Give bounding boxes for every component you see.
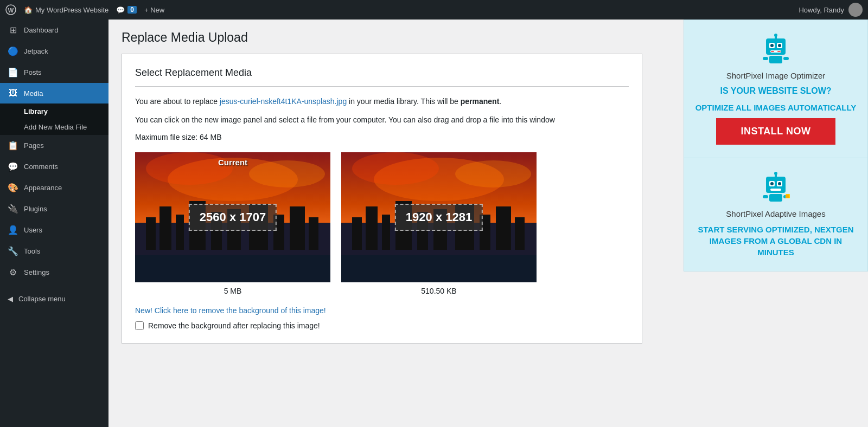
right-sidebar: ShortPixel Image Optimizer IS YOUR WEBSI…	[684, 20, 868, 427]
svg-point-17	[249, 160, 325, 187]
new-content-button[interactable]: + New	[144, 6, 164, 14]
svg-rect-6	[176, 215, 184, 250]
users-icon: 👤	[8, 225, 18, 235]
wp-logo-button[interactable]: W	[5, 4, 16, 15]
content-area: Replace Media Upload Select Replacement …	[108, 20, 684, 427]
svg-rect-45	[771, 51, 774, 52]
avatar[interactable]	[848, 3, 863, 17]
sidebar-item-label: Tools	[24, 247, 40, 255]
tools-icon: 🔧	[8, 246, 18, 256]
jetpack-icon: 🔵	[8, 46, 18, 56]
svg-point-41	[774, 34, 777, 37]
sidebar-item-comments[interactable]: 💬 Comments	[0, 156, 108, 177]
appearance-icon: 🎨	[8, 183, 18, 193]
dashboard-icon: ⊞	[8, 25, 18, 35]
sidebar-subitem-add-new[interactable]: Add New Media File	[0, 119, 108, 135]
sidebar-item-dashboard[interactable]: ⊞ Dashboard	[0, 20, 108, 41]
robot-tape-icon	[760, 171, 792, 204]
media-icon: 🖼	[8, 88, 18, 98]
wp-logo-icon: W	[5, 4, 16, 15]
svg-rect-5	[159, 206, 171, 250]
sidebar-item-label: Users	[24, 226, 42, 234]
pages-icon: 📋	[8, 140, 18, 151]
svg-point-38	[778, 44, 781, 47]
sidebar-item-pages[interactable]: 📋 Pages	[0, 135, 108, 156]
comments-count: 0	[127, 6, 137, 14]
sidebar-item-label: Settings	[24, 268, 49, 276]
sidebar-item-label: Comments	[24, 163, 58, 171]
svg-rect-20	[352, 217, 362, 250]
current-image-dimensions: 2560 x 1707	[189, 204, 277, 231]
settings-icon: ⚙	[8, 267, 18, 277]
images-row: Current 2560 x 1707 5 MB	[135, 152, 629, 295]
sidebar-item-label: Jetpack	[24, 47, 48, 55]
svg-point-50	[770, 182, 774, 185]
sidebar-item-posts[interactable]: 📄 Posts	[0, 62, 108, 83]
svg-point-54	[774, 172, 777, 175]
current-image-filesize: 5 MB	[224, 287, 242, 295]
sidebar-item-tools[interactable]: 🔧 Tools	[0, 241, 108, 262]
svg-rect-44	[783, 57, 789, 60]
bg-remove-link[interactable]: New! Click here to remove the background…	[135, 306, 629, 315]
content-box: Select Replacement Media You are about t…	[122, 54, 642, 344]
file-link[interactable]: jesus-curiel-nskeft4t1KA-unsplash.jpg	[220, 97, 347, 106]
svg-rect-14	[135, 255, 330, 282]
description-line1: You are about to replace jesus-curiel-ns…	[135, 95, 629, 107]
svg-rect-12	[290, 206, 305, 250]
sidebar: ⊞ Dashboard 🔵 Jetpack 📄 Posts 🖼 Media Li…	[0, 20, 108, 427]
ad-shortpixel-optimizer: ShortPixel Image Optimizer IS YOUR WEBSI…	[684, 20, 868, 158]
ad2-title: ShortPixel Adaptive Images	[726, 209, 825, 218]
sidebar-item-appearance[interactable]: 🎨 Appearance	[0, 177, 108, 198]
new-image-wrapper[interactable]: 1920 x 1281	[341, 152, 537, 282]
file-size-info: Maximum file size: 64 MB	[135, 133, 629, 141]
ad1-headline: IS YOUR WEBSITE SLOW?	[720, 86, 831, 97]
svg-point-32	[352, 152, 439, 185]
svg-rect-21	[366, 206, 378, 250]
new-image-col[interactable]: 1920 x 1281 510.50 KB	[341, 152, 537, 295]
sidebar-subitem-library[interactable]: Library	[0, 103, 108, 119]
svg-rect-29	[515, 217, 525, 250]
sidebar-item-label: Media	[24, 89, 43, 98]
svg-point-51	[778, 182, 781, 185]
sidebar-item-settings[interactable]: ⚙ Settings	[0, 262, 108, 283]
comments-button[interactable]: 💬 0	[116, 6, 137, 14]
plugins-icon: 🔌	[8, 204, 18, 214]
ad1-title: ShortPixel Image Optimizer	[726, 71, 826, 80]
sidebar-item-media[interactable]: 🖼 Media	[0, 83, 108, 103]
svg-point-16	[146, 152, 233, 185]
new-image-dimensions: 1920 x 1281	[395, 204, 483, 231]
current-image-col: Current 2560 x 1707 5 MB	[135, 152, 330, 295]
svg-rect-52	[770, 189, 781, 191]
svg-point-37	[770, 44, 774, 47]
svg-rect-43	[763, 57, 768, 60]
svg-rect-59	[786, 195, 789, 198]
comments-menu-icon: 💬	[8, 161, 18, 172]
svg-rect-4	[146, 217, 156, 250]
section-title: Select Replacement Media	[135, 67, 629, 87]
svg-point-33	[455, 160, 531, 187]
collapse-menu-button[interactable]: ◀ Collapse menu	[0, 288, 108, 309]
install-now-button[interactable]: INSTALL NOW	[716, 118, 835, 145]
comments-icon: 💬	[116, 6, 125, 14]
remove-bg-checkbox[interactable]	[135, 321, 144, 330]
current-image-wrapper: Current 2560 x 1707	[135, 152, 330, 282]
svg-rect-56	[763, 195, 768, 198]
current-image-label: Current	[218, 158, 247, 167]
ad2-headline: START SERVING OPTIMIZED, NEXTGEN IMAGES …	[695, 224, 857, 258]
svg-rect-13	[309, 217, 318, 250]
svg-rect-30	[341, 255, 537, 282]
sidebar-item-plugins[interactable]: 🔌 Plugins	[0, 198, 108, 219]
library-label: Library	[24, 107, 48, 115]
media-submenu: Library Add New Media File	[0, 103, 108, 135]
sidebar-item-label: Pages	[24, 141, 44, 150]
svg-rect-55	[769, 194, 782, 202]
sidebar-item-label: Appearance	[24, 184, 62, 192]
sidebar-item-label: Plugins	[24, 205, 47, 213]
site-name-button[interactable]: 🏠 My WordPress Website	[24, 6, 108, 14]
sidebar-item-users[interactable]: 👤 Users	[0, 219, 108, 241]
collapse-icon: ◀	[8, 295, 13, 303]
sidebar-item-jetpack[interactable]: 🔵 Jetpack	[0, 41, 108, 62]
robot-icon	[760, 33, 792, 66]
new-image-filesize: 510.50 KB	[421, 287, 456, 295]
collapse-label: Collapse menu	[18, 295, 66, 303]
